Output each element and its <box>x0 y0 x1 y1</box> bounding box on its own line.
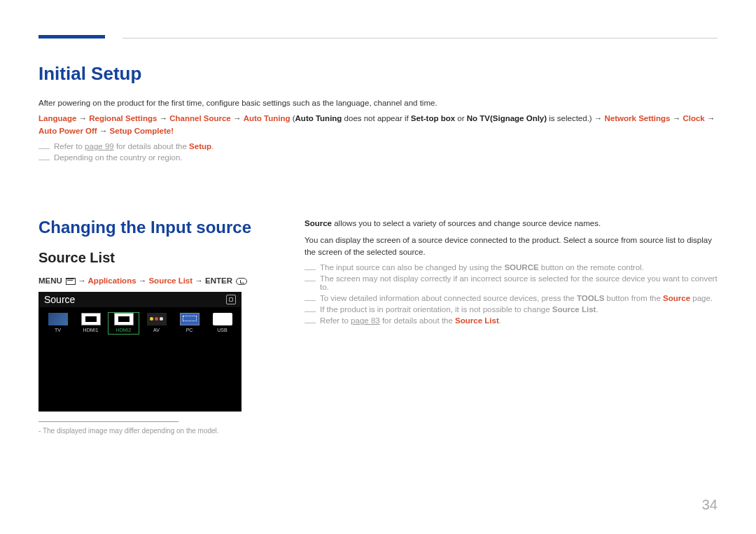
n5-mid: for details about the <box>380 316 455 325</box>
note1-end: . <box>211 142 214 150</box>
note-dash-icon <box>304 281 316 281</box>
note-depending-region: Depending on the country or region. <box>38 153 718 162</box>
note1-mid: for details about the <box>114 142 189 150</box>
n3-red: Source <box>663 294 690 302</box>
pc-thumb-icon <box>180 313 200 325</box>
note-refer-page99: Refer to page 99 for details about the S… <box>38 142 718 150</box>
source-label-hdmi1: HDMI1 <box>74 328 107 332</box>
path-sourcelist: Source List <box>148 276 192 285</box>
para-display-screen: You can display the screen of a source d… <box>304 234 718 260</box>
source-label-tv: TV <box>41 328 74 332</box>
flow-channel-source: Channel Source <box>169 114 231 122</box>
flow-mid2: or <box>455 114 467 122</box>
note-dash-icon <box>304 269 316 270</box>
menu-label: MENU <box>38 276 62 285</box>
source-item-hdmi2: HDMI2 <box>107 311 140 335</box>
flow-settop: Set-top box <box>411 114 455 122</box>
page-number: 34 <box>702 497 718 513</box>
n4-pre: If the product is in portrait orientatio… <box>320 305 552 314</box>
n1-pre: The input source can also be changed by … <box>320 263 504 272</box>
note-dash-icon <box>38 160 50 160</box>
source-item-hdmi1: HDMI1 <box>74 311 107 335</box>
n3-pre: To view detailed information about conne… <box>320 294 577 302</box>
header-rule <box>122 38 718 38</box>
path-applications: Applications <box>88 276 136 285</box>
source-label-av: AV <box>140 328 173 332</box>
note1-pre: Refer to <box>54 142 85 150</box>
hdmi-thumb-icon <box>81 313 101 325</box>
hdmi-thumb-icon <box>114 313 134 325</box>
n5-post: . <box>499 316 501 325</box>
note1-bold: Setup <box>189 142 211 150</box>
section-heading-changing-input: Changing the Input source <box>38 218 255 237</box>
source-label-pc: PC <box>173 328 206 332</box>
flow-language: Language <box>38 114 76 122</box>
note-dash-icon <box>304 323 316 323</box>
source-label-usb: USB <box>206 328 239 332</box>
section-heading-initial-setup: Initial Setup <box>38 63 718 85</box>
av-thumb-icon <box>147 313 167 325</box>
link-page-83[interactable]: page 83 <box>351 316 380 325</box>
menu-path: MENU → Applications → Source List → ENTE… <box>38 276 255 285</box>
note-incorrect-source: The screen may not display correctly if … <box>304 274 718 291</box>
enter-label: ENTER <box>205 276 232 285</box>
note2-text: Depending on the country or region. <box>54 153 182 162</box>
n5-pre: Refer to <box>320 316 351 325</box>
menu-icon <box>66 278 74 284</box>
tools-icon <box>226 295 236 304</box>
source-item-pc: PC <box>173 311 206 335</box>
para-source-intro: Source allows you to select a variety of… <box>304 218 718 230</box>
n2-text: The screen may not display correctly if … <box>320 274 718 291</box>
screenshot-header: Source <box>38 292 241 307</box>
note-portrait: If the product is in portrait orientatio… <box>304 305 718 314</box>
flow-autopoweroff: Auto Power Off <box>38 127 97 135</box>
flow-setupcomplete: Setup Complete! <box>110 127 174 135</box>
subheading-source-list: Source List <box>38 250 255 266</box>
source-grid: TV HDMI1 HDMI2 AV <box>38 307 241 335</box>
flow-mid3: is selected.) → <box>547 114 604 122</box>
note-dash-icon <box>304 311 316 312</box>
footnote-dash: - <box>38 427 41 435</box>
flow-mid1: does not appear if <box>342 114 410 122</box>
note-dash-icon <box>38 148 50 149</box>
tv-thumb-icon <box>48 313 68 325</box>
source-item-usb: USB <box>206 311 239 335</box>
usb-thumb-icon <box>213 313 232 325</box>
n1-bold: SOURCE <box>504 263 538 272</box>
screenshot-title: Source <box>44 294 75 305</box>
note-refer-page83: Refer to page 83 for details about the S… <box>304 316 718 325</box>
para-source-rest: allows you to select a variety of source… <box>332 219 601 227</box>
n3-bold: TOOLS <box>577 294 604 302</box>
setup-flow: Language → Regional Settings → Channel S… <box>38 112 718 138</box>
n1-post: button on the remote control. <box>539 263 644 272</box>
note-source-button: The input source can also be changed by … <box>304 263 718 272</box>
link-page-99[interactable]: page 99 <box>85 142 114 150</box>
flow-network: Network Settings <box>605 114 671 122</box>
n4-bold: Source List <box>552 305 596 314</box>
flow-regional: Regional Settings <box>89 114 157 122</box>
para-source-bold: Source <box>304 219 332 227</box>
flow-auto-tuning-bold: Auto Tuning <box>295 114 342 122</box>
source-screenshot: Source TV HDMI1 HDMI2 <box>38 292 241 412</box>
header-accent-bar <box>38 35 105 38</box>
n3-post: page. <box>690 294 713 302</box>
flow-notv: No TV(Signage Only) <box>467 114 547 122</box>
note-dash-icon <box>304 300 316 301</box>
footnote: - The displayed image may differ dependi… <box>38 427 255 435</box>
flow-auto-tuning: Auto Tuning <box>244 114 290 122</box>
source-item-av: AV <box>140 311 173 335</box>
n4-post: . <box>596 305 598 314</box>
note-tools-button: To view detailed information about conne… <box>304 294 718 302</box>
flow-clock: Clock <box>682 114 704 122</box>
footnote-text: The displayed image may differ depending… <box>43 427 219 435</box>
enter-icon <box>236 278 247 285</box>
source-item-tv: TV <box>41 311 74 335</box>
n3-mid: button from the <box>604 294 663 302</box>
source-label-hdmi2: HDMI2 <box>107 328 140 332</box>
n5-red: Source List <box>455 316 499 325</box>
intro-text: After powering on the product for the fi… <box>38 99 718 107</box>
footnote-rule <box>38 421 178 422</box>
